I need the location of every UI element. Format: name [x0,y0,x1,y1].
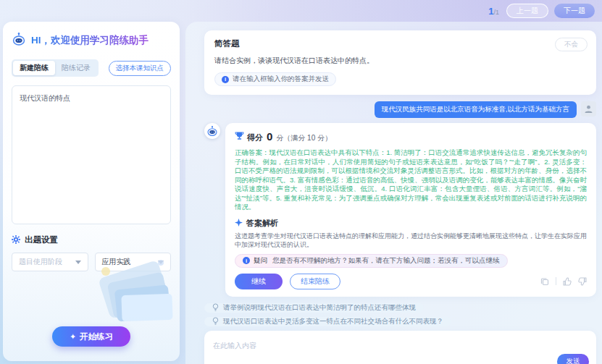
trophy-icon [235,130,244,143]
tab-new-practice[interactable]: 新建陪练 [13,61,55,75]
answer-hint-pill: i 请在输入框输入你的答案并发送 [214,72,336,86]
ai-response-card: 得分 0 分（满分 10 分） 正确答案：现代汉语在口语表达中具有以下特点：1.… [225,123,596,297]
question-type-label: 简答题 [214,38,586,49]
send-button[interactable]: 发送 [557,354,589,364]
dont-know-button[interactable]: 不会 [555,38,588,51]
score-row: 得分 0 分（满分 10 分） [235,130,587,143]
start-practice-label: 开始练习 [80,331,113,342]
followup-hint-text: 您是否有不理解的地方？如果有，请在下方输入问题；若没有，可以点继续 [272,256,500,266]
thumbs-down-icon[interactable] [578,277,587,286]
user-avatar [581,101,596,117]
divider [556,277,556,285]
suggested-question-text: 请举例说明现代汉语在口语表达中简洁明了的特点还有哪些体现 [223,303,416,313]
pagination-bar: 1/1 上一题 下一题 [488,3,595,19]
followup-label: 疑问 [254,256,267,266]
correct-answer-text: 正确答案：现代汉语在口语表达中具有以下特点：1. 简洁明了：口语交流通常追求快速… [235,148,587,212]
select-knowledge-button[interactable]: 选择本课知识点 [109,61,172,76]
sidebar-header: HI，欢迎使用学习陪练助手 [12,32,171,49]
info-icon: i [243,257,250,264]
feedback-icons [540,277,587,286]
sidebar-spacer [12,271,171,326]
info-icon: i [222,76,229,83]
sidebar-title: HI，欢迎使用学习陪练助手 [31,34,149,47]
suggested-question-1[interactable]: 请举例说明现代汉语在口语表达中简洁明了的特点还有哪些体现 [204,303,424,313]
sidebar: HI，欢迎使用学习陪练助手 新建陪练 陪练记录 选择本课知识点 现代汉语的特点 [3,22,180,361]
assistant-robot-icon [206,125,218,137]
ai-avatar [204,123,220,139]
topic-textarea[interactable]: 现代汉语的特点 [12,85,171,224]
score-max: 分（满分 10 分） [276,133,332,143]
gear-icon [12,235,20,245]
score-value: 0 [267,130,272,143]
diamond-sparkle-icon [235,219,243,228]
sidebar-tabs-row: 新建陪练 陪练记录 选择本课知识点 [12,59,171,77]
ai-response-row: 得分 0 分（满分 10 分） 正确答案：现代汉语在口语表达中具有以下特点：1.… [204,123,596,297]
question-settings-label: 出题设置 [25,234,58,245]
user-message-bubble: 现代汉民族共同语是以北京语音为标准音,以北方话为基础方言 [375,101,577,118]
lightbulb-icon [212,317,219,326]
end-practice-button[interactable]: 结束陪练 [290,274,340,289]
composer: 发送 [204,331,596,364]
lightbulb-icon [212,303,219,312]
assistant-robot-icon [12,32,26,49]
followup-hint-pill: i 疑问 您是否有不理解的地方？如果有，请在下方输入问题；若没有，可以点继续 [235,254,508,268]
response-actions-row: 继续 结束陪练 [235,274,587,289]
sparkle-icon: ✦ [70,332,76,342]
person-icon [584,104,593,114]
start-practice-button[interactable]: ✦ 开始练习 [52,326,130,347]
copy-icon[interactable] [540,277,549,286]
message-input[interactable] [213,342,588,350]
answer-hint-text: 请在输入框输入你的答案并发送 [233,75,329,84]
analysis-text: 这道题考查学生对现代汉语口语表达特点的理解和应用能力，通过结合实例能够更清晰地展… [235,232,587,249]
page-count: 1/1 [488,4,499,17]
user-message-row: 现代汉民族共同语是以北京语音为标准音,以北方话为基础方言 [204,101,596,118]
prev-question-button[interactable]: 上一题 [506,4,548,18]
practice-tabs: 新建陪练 陪练记录 [12,59,99,77]
question-text: 请结合实例，谈谈现代汉语在口语表达中的特点。 [214,56,586,66]
continue-button[interactable]: 继续 [235,274,283,289]
suggested-question-2[interactable]: 现代汉语口语表达中灵活多变这一特点在不同社交场合有什么不同表现？ [204,317,451,326]
suggested-question-text: 现代汉语口语表达中灵活多变这一特点在不同社交场合有什么不同表现？ [223,317,443,326]
chat-panel: 简答题 不会 请结合实例，谈谈现代汉语在口语表达中的特点。 i 请在输入框输入你… [185,22,602,364]
analysis-title: 答案解析 [246,218,278,229]
page-total: 1 [496,9,499,16]
tab-practice-history[interactable]: 陪练记录 [55,61,97,75]
thumbs-up-icon[interactable] [563,277,572,286]
next-question-button[interactable]: 下一题 [554,4,595,18]
stage-select-placeholder: 题目使用阶段 [19,257,62,267]
analysis-header: 答案解析 [235,218,587,229]
score-label: 得分 [247,132,263,143]
question-card: 简答题 不会 请结合实例，谈谈现代汉语在口语表达中的特点。 i 请在输入框输入你… [204,30,596,95]
books-illustration [65,234,174,331]
